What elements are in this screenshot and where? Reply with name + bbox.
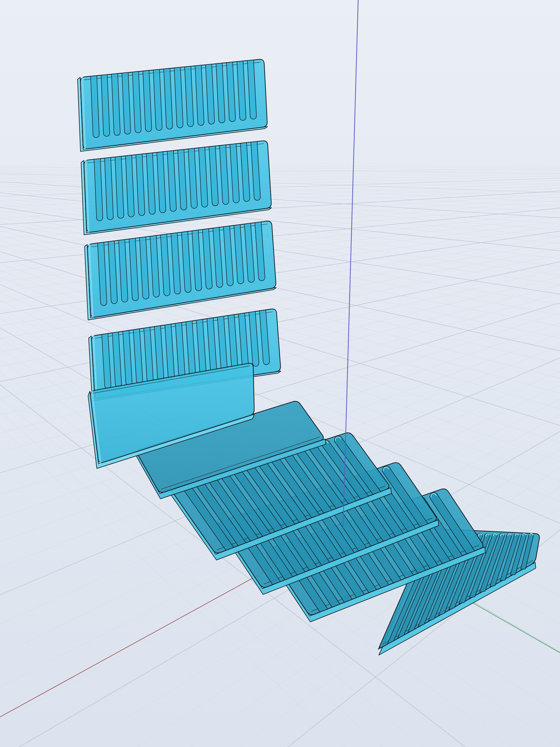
3d-scene [0, 0, 560, 747]
grid-minor-line [0, 241, 560, 393]
grid-minor-line [0, 246, 560, 409]
grid-major-line [0, 252, 560, 425]
wall-slat-1[interactable] [78, 59, 268, 151]
grid-minor-line [0, 222, 560, 338]
cad-viewport[interactable] [0, 0, 560, 747]
grid-minor-line [0, 269, 560, 398]
grid-major-line [0, 226, 560, 351]
wall-slat-3[interactable] [84, 221, 276, 320]
